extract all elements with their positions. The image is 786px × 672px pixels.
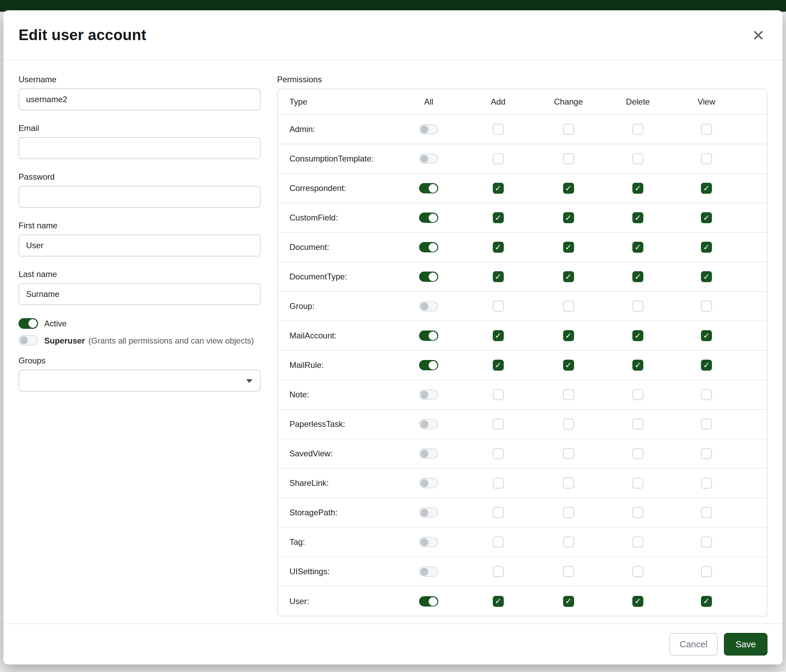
active-toggle[interactable] xyxy=(19,318,38,329)
permission-all-toggle[interactable] xyxy=(419,213,438,223)
permission-add-checkbox[interactable] xyxy=(493,419,504,430)
permission-all-toggle[interactable] xyxy=(419,389,438,400)
first-name-input[interactable] xyxy=(19,234,261,256)
permission-all-toggle[interactable] xyxy=(419,301,438,311)
permission-view-checkbox[interactable] xyxy=(701,360,712,371)
permission-delete-checkbox[interactable] xyxy=(632,124,643,135)
permission-row: Document: xyxy=(278,232,767,262)
permission-all-toggle[interactable] xyxy=(419,124,438,134)
permission-all-toggle[interactable] xyxy=(419,507,438,518)
groups-select[interactable] xyxy=(19,370,261,391)
permission-add-checkbox[interactable] xyxy=(493,153,504,164)
permission-all-toggle[interactable] xyxy=(419,154,438,164)
permission-delete-checkbox[interactable] xyxy=(632,301,643,312)
permission-view-checkbox[interactable] xyxy=(701,419,712,430)
permission-delete-checkbox[interactable] xyxy=(632,183,643,194)
permission-add-checkbox[interactable] xyxy=(493,448,504,459)
email-input[interactable] xyxy=(19,137,261,159)
permission-view-checkbox[interactable] xyxy=(701,183,712,194)
permission-delete-checkbox[interactable] xyxy=(632,596,643,607)
permission-change-checkbox[interactable] xyxy=(563,124,574,135)
permission-change-checkbox[interactable] xyxy=(563,596,574,607)
permission-view-checkbox[interactable] xyxy=(701,153,712,164)
permission-delete-checkbox[interactable] xyxy=(632,537,643,548)
permission-delete-checkbox[interactable] xyxy=(632,419,643,430)
permission-view-checkbox[interactable] xyxy=(701,477,712,488)
permission-view-checkbox[interactable] xyxy=(701,537,712,548)
permission-change-checkbox[interactable] xyxy=(563,183,574,194)
permission-delete-checkbox[interactable] xyxy=(632,330,643,341)
permission-view-checkbox[interactable] xyxy=(701,242,712,253)
permission-all-toggle[interactable] xyxy=(419,537,438,547)
save-button[interactable]: Save xyxy=(724,633,767,656)
permission-change-checkbox[interactable] xyxy=(563,360,574,371)
permission-all-toggle[interactable] xyxy=(419,449,438,459)
permission-row: CustomField: xyxy=(278,203,767,232)
permission-view-checkbox[interactable] xyxy=(701,212,712,223)
superuser-toggle[interactable] xyxy=(19,335,38,345)
permission-add-checkbox[interactable] xyxy=(493,301,504,312)
permission-add-checkbox[interactable] xyxy=(493,212,504,223)
permission-delete-checkbox[interactable] xyxy=(632,477,643,488)
permission-view-checkbox[interactable] xyxy=(701,448,712,459)
column-header-type: Type xyxy=(278,89,395,115)
permission-add-checkbox[interactable] xyxy=(493,507,504,518)
permission-all-toggle[interactable] xyxy=(419,183,438,193)
permission-add-checkbox[interactable] xyxy=(493,242,504,253)
permission-delete-checkbox[interactable] xyxy=(632,389,643,400)
permission-add-checkbox[interactable] xyxy=(493,537,504,548)
permission-change-checkbox[interactable] xyxy=(563,507,574,518)
permission-change-checkbox[interactable] xyxy=(563,537,574,548)
permission-all-toggle[interactable] xyxy=(419,360,438,370)
permission-delete-checkbox[interactable] xyxy=(632,507,643,518)
permission-add-checkbox[interactable] xyxy=(493,124,504,135)
permission-change-checkbox[interactable] xyxy=(563,477,574,488)
permission-change-checkbox[interactable] xyxy=(563,271,574,282)
username-input[interactable] xyxy=(19,88,261,110)
permission-delete-checkbox[interactable] xyxy=(632,566,643,577)
permission-add-checkbox[interactable] xyxy=(493,596,504,607)
permission-view-checkbox[interactable] xyxy=(701,124,712,135)
permission-add-checkbox[interactable] xyxy=(493,360,504,371)
last-name-input[interactable] xyxy=(19,283,261,305)
permission-add-checkbox[interactable] xyxy=(493,477,504,488)
permission-change-checkbox[interactable] xyxy=(563,419,574,430)
permission-all-toggle[interactable] xyxy=(419,272,438,282)
permission-add-checkbox[interactable] xyxy=(493,566,504,577)
permissions-table-body: Admin: ConsumptionTemplate: Corresponden… xyxy=(278,115,767,616)
permission-add-checkbox[interactable] xyxy=(493,271,504,282)
permission-change-checkbox[interactable] xyxy=(563,330,574,341)
permission-view-checkbox[interactable] xyxy=(701,566,712,577)
permission-view-checkbox[interactable] xyxy=(701,389,712,400)
permission-change-checkbox[interactable] xyxy=(563,301,574,312)
permission-view-checkbox[interactable] xyxy=(701,596,712,607)
permission-add-checkbox[interactable] xyxy=(493,183,504,194)
permission-change-checkbox[interactable] xyxy=(563,242,574,253)
permission-all-toggle[interactable] xyxy=(419,242,438,252)
permission-view-checkbox[interactable] xyxy=(701,271,712,282)
permission-change-checkbox[interactable] xyxy=(563,566,574,577)
permission-delete-checkbox[interactable] xyxy=(632,242,643,253)
permission-view-checkbox[interactable] xyxy=(701,301,712,312)
permission-all-toggle[interactable] xyxy=(419,331,438,341)
permission-view-checkbox[interactable] xyxy=(701,507,712,518)
password-input[interactable] xyxy=(19,186,261,208)
cancel-button[interactable]: Cancel xyxy=(670,633,718,656)
permission-delete-checkbox[interactable] xyxy=(632,212,643,223)
permission-view-checkbox[interactable] xyxy=(701,330,712,341)
permission-change-checkbox[interactable] xyxy=(563,153,574,164)
permission-all-toggle[interactable] xyxy=(419,478,438,488)
close-button[interactable]: × xyxy=(749,24,767,46)
permission-change-checkbox[interactable] xyxy=(563,212,574,223)
permission-change-checkbox[interactable] xyxy=(563,448,574,459)
permission-add-checkbox[interactable] xyxy=(493,389,504,400)
permission-all-toggle[interactable] xyxy=(419,567,438,577)
permission-all-toggle[interactable] xyxy=(419,419,438,429)
permission-add-checkbox[interactable] xyxy=(493,330,504,341)
permission-delete-checkbox[interactable] xyxy=(632,360,643,371)
permission-delete-checkbox[interactable] xyxy=(632,448,643,459)
permission-change-checkbox[interactable] xyxy=(563,389,574,400)
permission-delete-checkbox[interactable] xyxy=(632,271,643,282)
permission-delete-checkbox[interactable] xyxy=(632,153,643,164)
permission-all-toggle[interactable] xyxy=(419,596,438,606)
